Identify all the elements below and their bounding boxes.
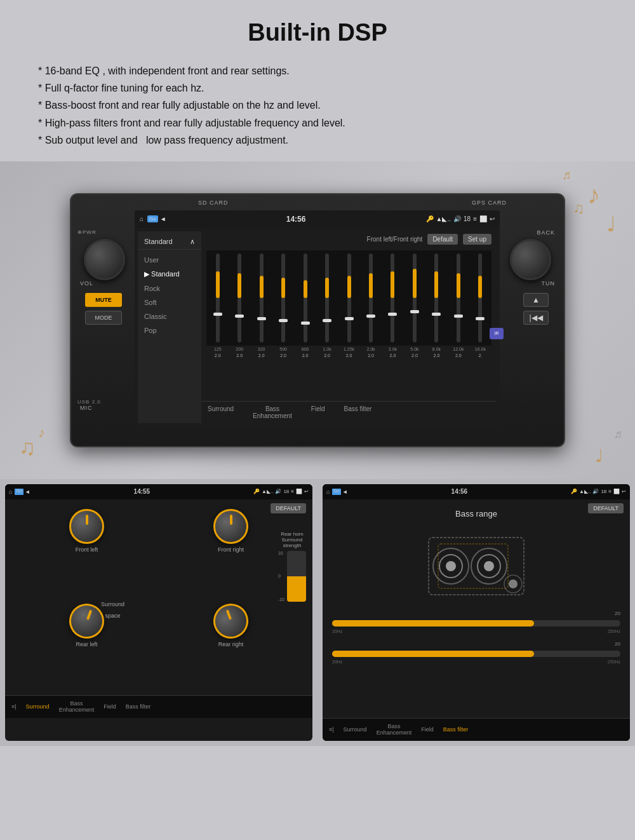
- mode-button[interactable]: MODE: [85, 311, 122, 325]
- left-panel-status: ⌂ Go ◄ 14:55 🔑 ▲◣.. 🔊 18 ≡ ⬜ ↩: [5, 484, 312, 499]
- setup-button[interactable]: Set up: [463, 234, 491, 245]
- rear-right-knob[interactable]: [208, 599, 253, 643]
- eq-tab-field[interactable]: Field: [311, 405, 325, 419]
- back-label: BACK: [537, 229, 555, 236]
- preset-user[interactable]: User: [138, 253, 201, 267]
- left-status-right: 🔑 ▲◣.. 🔊 18 ≡ ⬜ ↩: [253, 489, 309, 494]
- eq-bar-6[interactable]: [339, 254, 359, 342]
- gps-card-label: GPS CARD: [472, 200, 507, 206]
- bass-content: Bass range: [323, 499, 630, 718]
- left-knob[interactable]: [84, 239, 125, 280]
- rear-right-label: Rear right: [218, 641, 244, 647]
- status-time: 14:56: [286, 215, 306, 224]
- right-home-icon: ⌂: [326, 489, 330, 495]
- bass-slider-track-2[interactable]: [332, 651, 620, 657]
- feature-2: * Full q-factor fine tuning for each hz.: [38, 79, 597, 97]
- status-bar: ⌂ Go ◄ 14:56 🔑 ▲◣.. 🔊 18 ≡ ⬜ ↩: [135, 210, 500, 228]
- left-panel-time: 14:55: [134, 488, 150, 495]
- right-default-button[interactable]: DEFAULT: [588, 503, 624, 513]
- default-button[interactable]: Default: [427, 234, 458, 245]
- left-tab-surround[interactable]: Surround: [26, 703, 50, 710]
- left-tab-field[interactable]: Field: [104, 703, 116, 710]
- front-left-label: Front left: [76, 546, 98, 553]
- front-right-knob[interactable]: [213, 509, 248, 544]
- bass-slider-fill-1: [332, 620, 534, 627]
- mute-button[interactable]: MUTE: [85, 293, 122, 307]
- right-tab-surround[interactable]: Surround: [344, 726, 367, 733]
- preset-soft[interactable]: Soft: [138, 295, 201, 309]
- eq-tab-surround[interactable]: Surround: [208, 405, 234, 419]
- music-note-5: ♫: [19, 435, 36, 460]
- features-section: * 16-band EQ , with independent front an…: [0, 56, 635, 161]
- preset-classic[interactable]: Classic: [138, 309, 201, 323]
- status-right: 🔑 ▲◣.. 🔊 18 ≡ ⬜ ↩: [426, 215, 495, 222]
- speaker-icon-area: [332, 534, 620, 598]
- right-tab-bass[interactable]: BassEnhancement: [377, 723, 412, 736]
- eq-bars-container: 1252003205008001.0k1.25k2.0k3.0k5.0k8.0k…: [201, 247, 497, 401]
- right-tab-field[interactable]: Field: [421, 726, 434, 733]
- eq-bar-8[interactable]: [383, 254, 403, 342]
- preset-sidebar: Standard ∧ User Standard Rock Soft Class…: [138, 231, 201, 423]
- svg-point-8: [509, 579, 518, 588]
- surround-space-label: Surround space: [101, 597, 124, 620]
- eq-bar-10[interactable]: [427, 254, 446, 342]
- preset-standard[interactable]: Standard: [138, 267, 201, 281]
- eq-bar-5[interactable]: [317, 254, 337, 342]
- eq-tab-bass[interactable]: BassEnhancement: [253, 405, 292, 419]
- preset-pop[interactable]: Pop: [138, 323, 201, 337]
- right-panel-tabs: ≡| Surround BassEnhancement Field Bass f…: [323, 718, 630, 741]
- sd-card-label: SD CARD: [198, 200, 229, 206]
- device-area: ♪ ♫ ♩ ♬ ♫ ♪ ♩ ♬ SD CARD GPS CARD ⊕PWR VO…: [0, 161, 635, 479]
- music-note-7: ♩: [595, 445, 603, 466]
- music-note-4: ♬: [562, 168, 572, 182]
- rear-horn-slider-wrap: 10 0 -10: [278, 551, 306, 602]
- eq-bar-1[interactable]: [229, 254, 249, 342]
- music-note-2: ♫: [573, 200, 584, 217]
- pwr-label: ⊕PWR: [77, 229, 97, 235]
- bass-slider-row: 20 20Hz 250Hz 20: [332, 611, 620, 664]
- eq-bar-4[interactable]: [295, 254, 315, 342]
- music-note-1: ♪: [587, 180, 600, 209]
- rear-horn-slider[interactable]: [287, 551, 306, 602]
- eject-button[interactable]: ▲: [523, 293, 549, 307]
- right-knob[interactable]: [510, 239, 551, 280]
- left-tab-bass[interactable]: BassEnhancement: [59, 700, 95, 713]
- right-panel: ⌂ Go ◄ 14:56 🔑 ▲◣.. 🔊 18 ≡ ⬜ ↩ DEFAULT B…: [323, 484, 630, 741]
- right-panel-icon[interactable]: ≡|: [329, 726, 334, 733]
- left-panel: ⌂ Go ◄ 14:55 🔑 ▲◣.. 🔊 18 ≡ ⬜ ↩ DEFAULT: [5, 484, 312, 741]
- bass-slider-track-1[interactable]: [332, 620, 620, 627]
- eq-bar-12[interactable]: [471, 254, 490, 342]
- bass-slider-endpoints-1: 20Hz 250Hz: [332, 629, 620, 633]
- left-panel-icon[interactable]: ≡|: [11, 703, 17, 710]
- bass-slider-fill-2: [332, 651, 534, 657]
- ir-indicator: IR: [490, 328, 504, 339]
- feature-3: * Bass-boost front and rear fully adjust…: [38, 97, 597, 114]
- front-left-knob[interactable]: [69, 509, 104, 544]
- status-icons-left: Go ◄: [147, 215, 166, 222]
- music-note-3: ♩: [606, 212, 616, 236]
- speaker-knobs-area: Front left Front right Rear left Rear ri…: [5, 499, 312, 718]
- eq-tab-bassfilter[interactable]: Bass filter: [344, 405, 372, 419]
- right-panel-status: ⌂ Go ◄ 14:56 🔑 ▲◣.. 🔊 18 ≡ ⬜ ↩: [323, 484, 630, 499]
- feature-1: * 16-band EQ , with independent front an…: [38, 62, 597, 79]
- tun-label: TUN: [542, 280, 556, 287]
- left-tab-bassfilter[interactable]: Bass filter: [126, 703, 151, 710]
- svg-point-3: [446, 561, 456, 571]
- right-tab-bassfilter[interactable]: Bass filter: [443, 726, 469, 733]
- home-icon: ⌂: [140, 215, 144, 222]
- rear-left-label: Rear left: [76, 641, 97, 647]
- prev-button[interactable]: |◀◀: [523, 311, 549, 325]
- eq-bar-11[interactable]: [448, 254, 468, 342]
- speaker-knob-grid: Front left Front right Rear left Rear ri…: [5, 499, 312, 695]
- eq-bar-2[interactable]: [251, 254, 271, 342]
- left-panel-tabs: ≡| Surround BassEnhancement Field Bass f…: [5, 695, 312, 718]
- eq-bar-9[interactable]: [404, 254, 424, 342]
- eq-bar-0[interactable]: [208, 254, 227, 342]
- eq-bar-7[interactable]: [361, 254, 380, 342]
- preset-rock[interactable]: Rock: [138, 281, 201, 295]
- eq-bar-3[interactable]: [273, 254, 293, 342]
- bass-slider-2: 20 20Hz 250Hz: [332, 641, 620, 664]
- preset-header: Standard ∧: [138, 234, 201, 250]
- rear-horn-area: Rear hornSurroundstrength 10 0 -10: [278, 531, 306, 602]
- speaker-svg: [425, 534, 527, 598]
